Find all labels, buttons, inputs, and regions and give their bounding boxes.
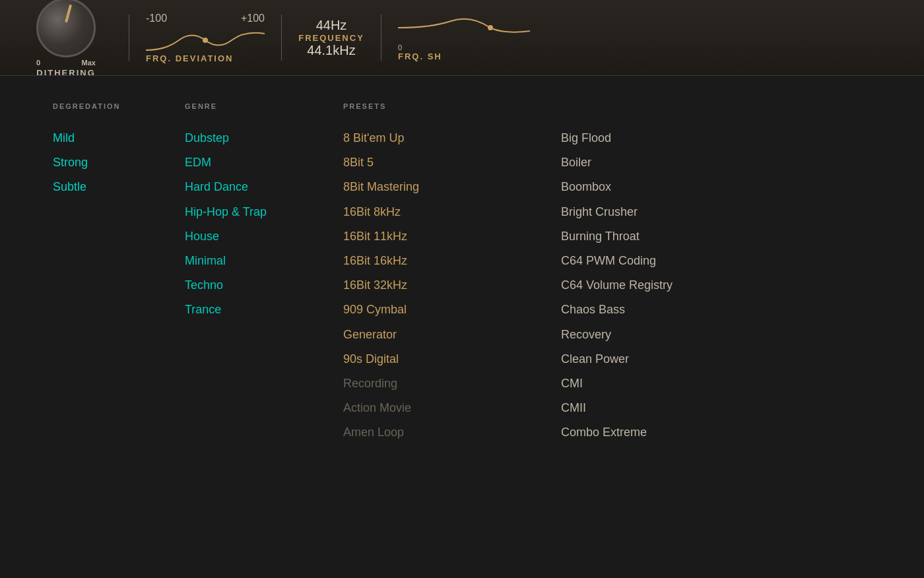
genre-column: GENRE Dubstep EDM Hard Dance Hip-Hop & T… bbox=[185, 102, 343, 552]
genre-item-techno[interactable]: Techno bbox=[185, 273, 343, 298]
frq-sh-label: FRQ. SH bbox=[398, 51, 530, 61]
dithering-label: DITHERING bbox=[36, 68, 96, 77]
freq-khz-value: 44.1kHz bbox=[307, 43, 355, 58]
preset-right-burningthroat[interactable]: Burning Throat bbox=[561, 224, 871, 249]
svg-point-1 bbox=[488, 25, 493, 30]
genre-item-edm[interactable]: EDM bbox=[185, 150, 343, 175]
preset-item-16bit16khz[interactable]: 16Bit 16kHz bbox=[343, 249, 561, 273]
dithering-min: 0 bbox=[36, 59, 40, 67]
presets-header: PRESETS bbox=[343, 102, 561, 110]
svg-point-0 bbox=[203, 38, 208, 43]
preset-item-generator[interactable]: Generator bbox=[343, 323, 561, 347]
separator-2 bbox=[281, 15, 282, 61]
preset-item-8bitem[interactable]: 8 Bit'em Up bbox=[343, 126, 561, 150]
genre-item-hip-hop[interactable]: Hip-Hop & Trap bbox=[185, 200, 343, 224]
preset-right-chaosbass[interactable]: Chaos Bass bbox=[561, 298, 871, 322]
preset-right-c64vol[interactable]: C64 Volume Registry bbox=[561, 273, 871, 298]
preset-item-16bit32khz[interactable]: 16Bit 32kHz bbox=[343, 273, 561, 298]
genre-item-hard-dance[interactable]: Hard Dance bbox=[185, 175, 343, 199]
dithering-max: Max bbox=[82, 59, 96, 67]
preset-item-8bit5[interactable]: 8Bit 5 bbox=[343, 150, 561, 175]
frequency-center: 44Hz FREQUENCY 44.1kHz bbox=[292, 18, 371, 58]
preset-item-16bit8khz[interactable]: 16Bit 8kHz bbox=[343, 200, 561, 224]
dithering-section: 0 Max DITHERING bbox=[13, 0, 119, 76]
degradation-item-subtle[interactable]: Subtle bbox=[53, 175, 185, 199]
genre-item-minimal[interactable]: Minimal bbox=[185, 249, 343, 273]
frq-curve-svg bbox=[146, 27, 265, 53]
frq-deviation-section: -100 +100 FRQ. DEVIATION bbox=[139, 13, 271, 63]
degradation-item-mild[interactable]: Mild bbox=[53, 126, 185, 150]
preset-item-8bitmastering[interactable]: 8Bit Mastering bbox=[343, 175, 561, 199]
preset-right-boombox[interactable]: Boombox bbox=[561, 175, 871, 199]
presets-left-column: PRESETS 8 Bit'em Up 8Bit 5 8Bit Masterin… bbox=[343, 102, 561, 552]
preset-right-recovery[interactable]: Recovery bbox=[561, 323, 871, 347]
presets-right-column: Big Flood Boiler Boombox Bright Crusher … bbox=[561, 102, 871, 552]
preset-right-cmi[interactable]: CMI bbox=[561, 371, 871, 396]
preset-right-cleanpower[interactable]: Clean Power bbox=[561, 347, 871, 371]
frq-max: +100 bbox=[241, 13, 265, 24]
degradation-header: DEGREDATION bbox=[53, 102, 185, 110]
presets-right-spacer bbox=[561, 102, 871, 110]
preset-right-boiler[interactable]: Boiler bbox=[561, 150, 871, 175]
preset-right-brightcrusher[interactable]: Bright Crusher bbox=[561, 200, 871, 224]
separator-3 bbox=[381, 15, 381, 61]
preset-right-c64pwm[interactable]: C64 PWM Coding bbox=[561, 249, 871, 273]
frq-min: -100 bbox=[146, 13, 167, 24]
genre-item-trance[interactable]: Trance bbox=[185, 298, 343, 322]
frq-sh-section: 0 FRQ. SH bbox=[391, 15, 537, 61]
preset-item-recording[interactable]: Recording bbox=[343, 371, 561, 396]
preset-right-cmii[interactable]: CMII bbox=[561, 396, 871, 420]
preset-item-actionmovie[interactable]: Action Movie bbox=[343, 396, 561, 420]
frequency-label: FREQUENCY bbox=[298, 33, 364, 43]
dithering-knob[interactable] bbox=[36, 0, 96, 57]
preset-right-comboextreme[interactable]: Combo Extreme bbox=[561, 420, 871, 445]
bottom-content: DEGREDATION Mild Strong Subtle GENRE Dub… bbox=[0, 76, 924, 578]
genre-header: GENRE bbox=[185, 102, 343, 110]
preset-item-amenloop[interactable]: Amen Loop bbox=[343, 420, 561, 445]
degradation-column: DEGREDATION Mild Strong Subtle bbox=[53, 102, 185, 552]
preset-item-909cymbal[interactable]: 909 Cymbal bbox=[343, 298, 561, 322]
separator-1 bbox=[129, 15, 129, 61]
preset-right-bigflood[interactable]: Big Flood bbox=[561, 126, 871, 150]
genre-item-house[interactable]: House bbox=[185, 224, 343, 249]
frq-sh-curve bbox=[398, 15, 530, 41]
preset-item-90sdigital[interactable]: 90s Digital bbox=[343, 347, 561, 371]
freq-hz-value: 44Hz bbox=[316, 18, 347, 33]
genre-item-dubstep[interactable]: Dubstep bbox=[185, 126, 343, 150]
preset-item-16bit11khz[interactable]: 16Bit 11kHz bbox=[343, 224, 561, 249]
degradation-item-strong[interactable]: Strong bbox=[53, 150, 185, 175]
top-panel: 0 Max DITHERING -100 +100 FRQ. DEVIATION… bbox=[0, 0, 924, 76]
frq-deviation-label: FRQ. DEVIATION bbox=[146, 53, 265, 63]
